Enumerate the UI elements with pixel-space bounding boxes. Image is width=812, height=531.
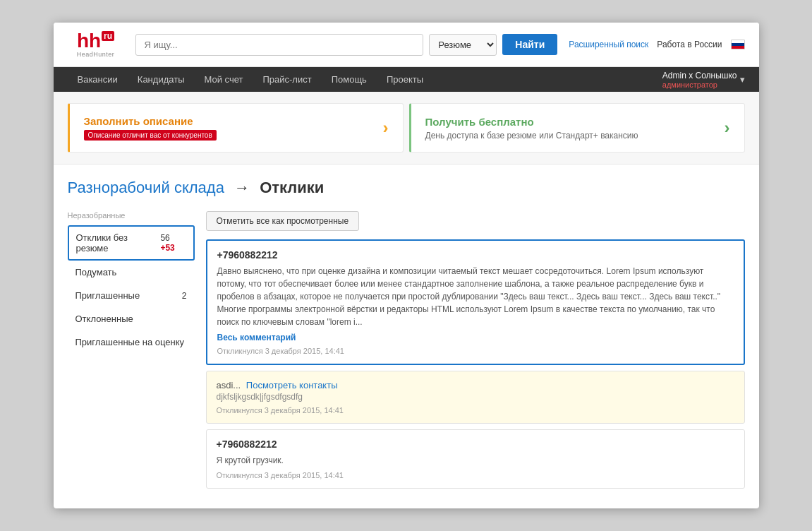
promo-card-fill-content: Заполнить описание Описание отличит вас … [84,115,217,141]
nav-user-name: Admin x Солнышко [662,71,737,80]
promo-area: Заполнить описание Описание отличит вас … [54,92,759,165]
promo-free-desc: День доступа к базе резюме или Стандарт+… [425,131,638,141]
response-name-2: asdi... Посмотреть контакты [217,380,734,390]
nav-user-info: Admin x Солнышко администратор [662,71,737,89]
responses-panel: Отметить все как просмотренные +79608822… [206,211,745,494]
response-subtext-2: djkfsljkgsdk|jfgsdfgsdfg [217,392,734,402]
sidebar-item-think[interactable]: Подумать [68,261,195,284]
breadcrumb-current: Отклики [260,179,324,196]
response-text-1: Давно выяснено, что при оценке дизайна и… [217,265,734,328]
sidebar-no-resume-label: Отклики без резюме [76,232,161,253]
navigation: Вакансии Кандидаты Мой счет Прайс-лист П… [54,67,759,92]
promo-free-title: Получить бесплатно [425,116,638,128]
sidebar-no-resume-new-count: +53 [160,243,174,253]
nav-item-vacancies[interactable]: Вакансии [68,67,128,92]
logo: hhru [77,31,114,51]
logo-hh-text: hh [77,31,101,51]
russia-flag-icon [731,40,745,49]
nav-user-role: администратор [662,80,737,89]
logo-ru-text: ru [102,31,114,41]
advanced-search-link[interactable]: Расширенный поиск [569,40,648,49]
promo-fill-badge: Описание отличит вас от конкурентов [84,130,217,141]
sidebar-invited-label: Приглашенные [75,290,140,301]
response-card-1[interactable]: +7960882212 Давно выяснено, что при оцен… [206,239,745,365]
sidebar-invited-count: 2 [182,291,187,301]
sidebar-think-label: Подумать [75,267,117,278]
response-card-2[interactable]: asdi... Посмотреть контакты djkfsljkgsdk… [206,371,745,424]
sidebar-label: Неразобранные [68,211,195,220]
nav-dropdown-icon[interactable]: ▾ [740,74,745,85]
search-input[interactable] [135,34,424,56]
two-col-layout: Неразобранные Отклики без резюме 56 +53 … [68,211,745,494]
promo-fill-arrow: › [383,118,389,138]
search-type-select[interactable]: Резюме Вакансии [429,34,497,56]
response-date-1: Откликнулся 3 декабря 2015, 14:41 [217,347,734,355]
search-button[interactable]: Найти [502,34,557,55]
response-phone-1: +7960882212 [217,249,734,261]
promo-fill-title: Заполнить описание [84,115,217,127]
nav-item-help[interactable]: Помощь [322,67,377,92]
sidebar-rejected-label: Отклоненные [75,314,133,324]
mark-all-button[interactable]: Отметить все как просмотренные [206,211,360,231]
page-wrapper: hhru HeadHunter Резюме Вакансии Найти Ра… [54,23,759,508]
response-text-3: Я крутой грузчик. [217,454,734,467]
nav-item-candidates[interactable]: Кандидаты [128,67,195,92]
response-date-2: Откликнулся 3 декабря 2015, 14:41 [217,406,734,414]
nav-right: Admin x Солнышко администратор ▾ [662,71,745,89]
promo-card-fill[interactable]: Заполнить описание Описание отличит вас … [68,103,404,153]
sidebar: Неразобранные Отклики без резюме 56 +53 … [68,211,195,494]
sidebar-item-rejected[interactable]: Отклоненные [68,307,195,330]
promo-card-free-content: Получить бесплатно День доступа к базе р… [425,116,638,141]
response-date-3: Откликнулся 3 декабря 2015, 14:41 [217,471,734,479]
main-content: Разнорабочий склада → Отклики Неразобран… [54,165,759,508]
nav-item-price-list[interactable]: Прайс-лист [253,67,321,92]
breadcrumb-job-link[interactable]: Разнорабочий склада [68,179,224,196]
header: hhru HeadHunter Резюме Вакансии Найти Ра… [54,23,759,67]
response-view-contacts-link-2[interactable]: Посмотреть контакты [246,380,338,390]
header-links: Расширенный поиск Работа в России [569,40,744,49]
logo-subtitle: HeadHunter [77,51,115,58]
page-title: Разнорабочий склада → Отклики [68,179,745,197]
work-russia-link: Работа в России [657,40,722,49]
response-name-text-2: asdi... [217,380,241,390]
logo-area: hhru HeadHunter [68,31,124,58]
sidebar-no-resume-count-num: 56 [160,233,169,243]
response-phone-3: +7960882212 [217,438,734,450]
sidebar-item-invited-review[interactable]: Приглашенные на оценку [68,330,195,354]
sidebar-item-no-resume[interactable]: Отклики без резюме 56 +53 [68,225,195,261]
nav-item-my-account[interactable]: Мой счет [194,67,253,92]
nav-item-projects[interactable]: Проекты [377,67,433,92]
breadcrumb-arrow: → [234,179,250,196]
sidebar-invited-review-label: Приглашенные на оценку [75,337,185,347]
sidebar-no-resume-count: 56 +53 [160,233,186,253]
search-area: Резюме Вакансии Найти [135,34,558,56]
promo-card-free[interactable]: Получить бесплатно День доступа к базе р… [409,103,745,153]
nav-left: Вакансии Кандидаты Мой счет Прайс-лист П… [68,67,434,92]
response-card-3[interactable]: +7960882212 Я крутой грузчик. Откликнулс… [206,429,745,489]
sidebar-item-invited[interactable]: Приглашенные 2 [68,284,195,307]
response-more-link-1[interactable]: Весь комментарий [217,333,734,342]
promo-free-arrow: › [725,118,730,138]
